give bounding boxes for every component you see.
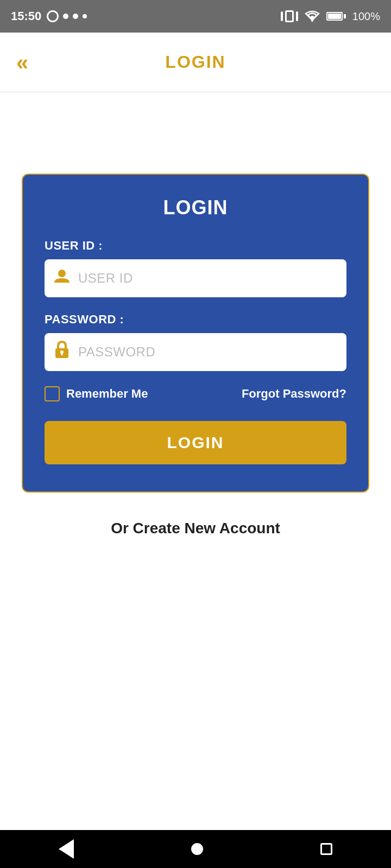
- time-display: 15:50: [11, 9, 41, 23]
- forgot-password-link[interactable]: Forgot Password?: [242, 387, 346, 401]
- user-icon: [53, 267, 71, 289]
- signal-dot1: [63, 14, 68, 19]
- password-input[interactable]: [78, 344, 338, 360]
- remember-me-label: Remember Me: [66, 387, 148, 401]
- card-title: LOGIN: [45, 196, 346, 219]
- page-title: LOGIN: [165, 52, 225, 72]
- sim-icon: [47, 10, 59, 22]
- signal-dot3: [83, 14, 87, 18]
- options-row: Remember Me Forgot Password?: [45, 386, 346, 401]
- lock-icon: [53, 341, 71, 363]
- user-id-input-wrapper: [45, 259, 346, 297]
- login-card: LOGIN USER ID : PASSWORD :: [22, 174, 369, 493]
- remember-me-checkbox[interactable]: [45, 386, 60, 401]
- svg-point-0: [311, 20, 313, 22]
- main-content: LOGIN USER ID : PASSWORD :: [0, 92, 391, 537]
- vibrate-icon: [281, 10, 298, 22]
- create-account-text[interactable]: Or Create New Account: [111, 520, 280, 537]
- app-header: « LOGIN: [0, 33, 391, 92]
- login-button[interactable]: LOGIN: [45, 421, 346, 464]
- password-label: PASSWORD :: [45, 312, 346, 327]
- user-id-label: USER ID :: [45, 239, 346, 253]
- remember-me-group: Remember Me: [45, 386, 148, 401]
- svg-rect-4: [61, 353, 63, 355]
- nav-recents-icon[interactable]: [320, 843, 332, 855]
- nav-back-icon[interactable]: [59, 839, 74, 859]
- wifi-icon: [305, 10, 320, 22]
- nav-bar: [0, 830, 391, 868]
- battery-percent: 100%: [352, 10, 380, 23]
- signal-dot2: [73, 14, 78, 19]
- status-bar: 15:50 100%: [0, 0, 391, 33]
- svg-point-1: [58, 270, 66, 277]
- password-input-wrapper: [45, 333, 346, 371]
- user-id-input[interactable]: [78, 271, 338, 286]
- back-button[interactable]: «: [16, 52, 28, 73]
- nav-home-icon[interactable]: [191, 843, 203, 855]
- battery-icon: [326, 12, 346, 21]
